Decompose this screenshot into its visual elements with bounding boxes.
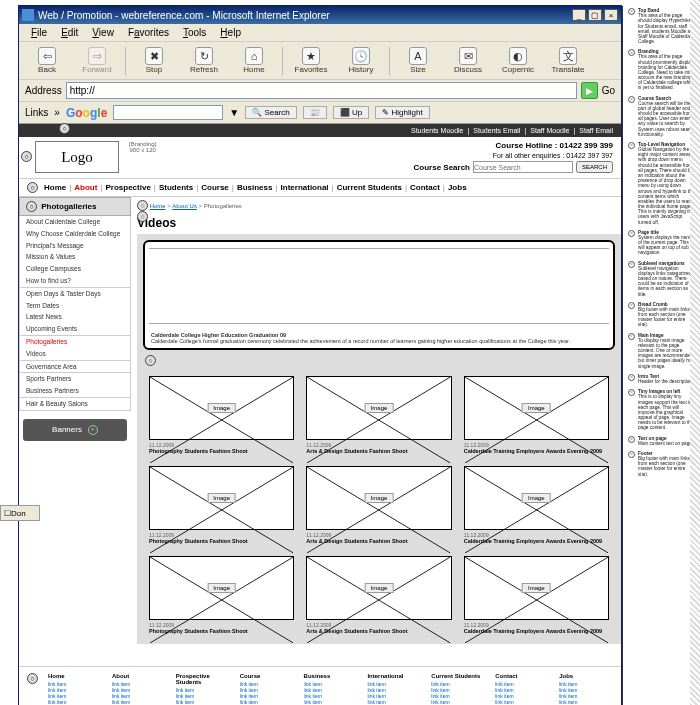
video-card[interactable]: Image11.12.2009Photography Students Fash… [149,466,294,544]
go-button[interactable]: ▶ [581,82,598,99]
legend-item: ○Page titleSystem displays the name of t… [628,230,696,256]
sidebar-item[interactable]: Videos [20,348,130,360]
annotation-marker: ○ [21,151,32,162]
video-card[interactable]: Image11.12.2009Photography Students Fash… [149,376,294,454]
nav-business[interactable]: Business [237,183,273,192]
video-card[interactable]: Image11.12.2009Calderdale Training Emplo… [464,466,609,544]
sidebar-item[interactable]: Why Choose Calderdale College [20,228,130,240]
footer-link[interactable]: link item [112,699,166,705]
legend-marker-icon: ○ [628,230,635,237]
footer-link[interactable]: link item [304,699,358,705]
sidebar-item[interactable]: Mission & Values [20,251,130,263]
sidebar-item[interactable]: Hair & Beauty Salons [20,398,130,410]
legend-item: ○FooterBig footer with main links from e… [628,451,696,477]
image-placeholder: Image [149,466,294,530]
menu-help[interactable]: Help [214,26,247,39]
menu-edit[interactable]: Edit [55,26,84,39]
ie-icon [22,9,34,21]
nav-about[interactable]: About [74,183,97,192]
crumb-about[interactable]: About Us [172,203,197,209]
google-search-button[interactable]: 🔍 Search [245,106,297,119]
sidebar-item[interactable]: College Campuses [20,263,130,275]
sidebar-item[interactable]: Latest News [20,311,130,323]
legend-marker-icon: ○ [628,49,635,56]
sidebar-item[interactable]: How to find us? [20,275,130,287]
video-card[interactable]: Image11.12.2009Photography Students Fash… [149,556,294,634]
menu-tools[interactable]: Tools [177,26,212,39]
legend-marker-icon: ○ [628,374,635,381]
course-search-input[interactable] [473,161,573,173]
sidebar-item[interactable]: Photogalleries [20,336,130,348]
link-staff-moodle[interactable]: Staff Moodle [530,127,569,134]
sidebar-item[interactable]: Term Dates [20,300,130,312]
menu-favorites[interactable]: Favorites [122,26,175,39]
footer-column: Aboutlink itemlink itemlink itemlink ite… [112,673,166,705]
favorites-button[interactable]: ★Favorites [289,47,333,74]
links-label: Links [25,107,48,118]
maximize-button[interactable]: ▢ [588,9,602,21]
close-button[interactable]: × [604,9,618,21]
nav-contact[interactable]: Contact [410,183,440,192]
translate-button[interactable]: 文Translate [546,47,590,74]
nav-international[interactable]: International [281,183,329,192]
sidebar-item[interactable]: About Calderdale College [20,216,130,228]
crumb-home[interactable]: Home [150,203,166,209]
link-students-email[interactable]: Students Email [473,127,520,134]
nav-course[interactable]: Course [201,183,229,192]
footer-column: Homelink itemlink itemlink itemlink item… [48,673,102,705]
footer-link[interactable]: link item [240,699,294,705]
video-card[interactable]: Image11.12.2009Arts & Design Students Fa… [306,376,451,454]
legend-desc: Header for the description [638,379,692,384]
branding-area: [Branding]900 x 120 [129,141,156,153]
nav-current-students[interactable]: Current Students [337,183,402,192]
video-card[interactable]: Image11.12.2009Arts & Design Students Fa… [306,556,451,634]
video-card[interactable]: Image11.12.2009Calderdale Training Emplo… [464,556,609,634]
footer-link[interactable]: link item [559,699,613,705]
nav-jobs[interactable]: Jobs [448,183,467,192]
discuss-button[interactable]: ✉Discuss [446,47,490,74]
sidebar-item[interactable]: Business Partners [20,385,130,397]
legend-marker-icon: ○ [628,333,635,340]
course-search-button[interactable]: SEARCH [576,161,613,173]
google-highlight-button[interactable]: ✎ Highlight [375,106,429,119]
hero-image: Calderdale College Higher Education Grad… [143,240,615,350]
forward-button[interactable]: ⇨Forward [75,47,119,74]
google-news-button[interactable]: 📰 [303,106,327,119]
sidebar-item[interactable]: Open Days & Taster Days [20,288,130,300]
nav-students[interactable]: Students [159,183,193,192]
google-search-input[interactable] [113,105,223,120]
sidebar-item[interactable]: Sports Partners [20,373,130,385]
legend-item: ○Top-Level NavigationGlobal Navigation b… [628,142,696,225]
footer-link[interactable]: link item [495,699,549,705]
sidebar-item[interactable]: Principal's Message [20,240,130,252]
copernic-button[interactable]: ◐Copernic [496,47,540,74]
image-label: Image [207,403,236,413]
legend-item: ○Bread CrumbBig footer with main links f… [628,302,696,328]
stop-button[interactable]: ✖Stop [132,47,176,74]
footer-link[interactable]: link item [367,699,421,705]
minimize-button[interactable]: _ [572,9,586,21]
google-popup-button[interactable]: ⬛ Up [333,106,369,119]
video-card[interactable]: Image11.12.2009Calderdale Training Emplo… [464,376,609,454]
nav-prospective[interactable]: Prospective [106,183,151,192]
history-button[interactable]: 🕓History [339,47,383,74]
footer-link[interactable]: link item [431,699,485,705]
sidebar-item[interactable]: Upcoming Events [20,323,130,335]
menu-file[interactable]: File [25,26,53,39]
menu-view[interactable]: View [86,26,120,39]
image-placeholder: Image [464,556,609,620]
size-button[interactable]: ASize [396,47,440,74]
legend-item: ○Sublevel navigationsSublevel navigation… [628,261,696,297]
refresh-button[interactable]: ↻Refresh [182,47,226,74]
link-students-moodle[interactable]: Students Moodle [411,127,464,134]
video-card[interactable]: Image11.12.2009Arts & Design Students Fa… [306,466,451,544]
home-button[interactable]: ⌂Home [232,47,276,74]
back-button[interactable]: ⇦Back [25,47,69,74]
banner-box[interactable]: Banners+ [23,419,127,441]
nav-home[interactable]: Home [44,183,66,192]
link-staff-email[interactable]: Staff Email [579,127,613,134]
sidebar-item[interactable]: Governance Area [20,361,130,373]
address-input[interactable] [66,82,577,99]
footer-link[interactable]: link item [48,699,102,705]
footer-link[interactable]: link item [176,699,230,705]
